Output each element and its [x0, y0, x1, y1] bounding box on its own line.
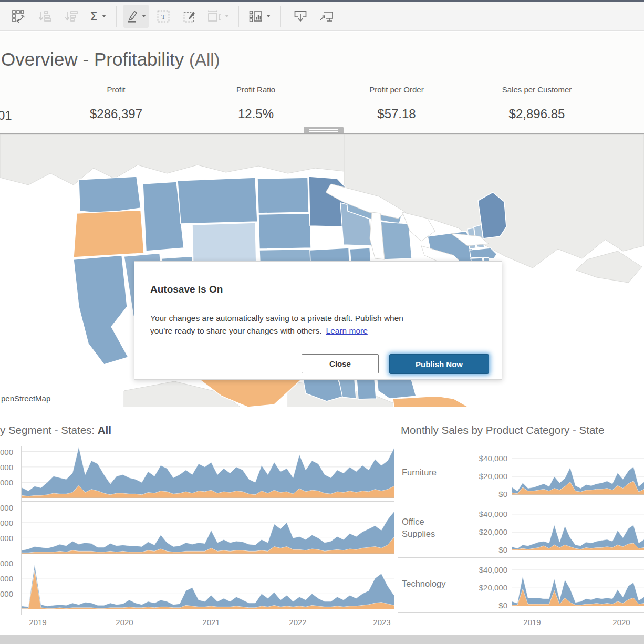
- category-panel-title: Monthly Sales by Product Category - Stat…: [401, 424, 644, 437]
- sigma-icon: Σ: [89, 9, 99, 23]
- swap-axes-button[interactable]: [7, 5, 30, 28]
- y-axis-label: $40,000: [451, 510, 507, 518]
- grid-border: [21, 446, 394, 446]
- sort-ascending-button[interactable]: [34, 5, 57, 28]
- annotate-icon: [183, 9, 196, 23]
- grid-border: [398, 446, 644, 446]
- show-cards-button[interactable]: [246, 5, 273, 28]
- state-south-dakota[interactable]: [258, 213, 311, 249]
- publish-now-button[interactable]: Publish Now: [389, 354, 489, 374]
- area-chart-segment-1[interactable]: [22, 446, 394, 501]
- kpi-value: $57.18: [334, 107, 460, 121]
- grid-border: [394, 446, 394, 615]
- header-divider: [511, 446, 511, 616]
- y-axis-label: 000: [0, 478, 13, 487]
- kpi-profit-per-order: Profit per Order $57.18: [334, 85, 460, 121]
- dashboard-canvas: Overview - Profitability (All) 01 Profit…: [0, 32, 644, 644]
- kpi-value: $286,397: [53, 107, 179, 121]
- grid-border: [398, 557, 644, 558]
- y-axis-label: 000: [0, 574, 13, 583]
- learn-more-link[interactable]: Learn more: [326, 326, 368, 335]
- download-icon: [293, 9, 308, 23]
- fix-size-caret-icon: [225, 15, 229, 17]
- highlighter-icon: [126, 9, 139, 23]
- sort-descending-icon: [65, 10, 78, 23]
- page-title: Overview - Profitability (All): [1, 49, 220, 70]
- state-north-dakota[interactable]: [257, 178, 309, 213]
- segment-chart-row-2: 000 000 000: [0, 502, 397, 557]
- y-axis-label: $0: [451, 490, 507, 498]
- totals-caret-icon: [102, 15, 106, 17]
- presentation-mode-button[interactable]: [315, 5, 338, 28]
- kpi-label: Profit: [53, 85, 179, 94]
- y-axis-label: 000: [0, 503, 13, 512]
- grid-border: [21, 557, 394, 557]
- text-object-button[interactable]: T: [152, 5, 175, 28]
- y-axis-label: 000: [0, 463, 13, 472]
- area-chart-segment-2[interactable]: [22, 502, 394, 557]
- svg-text:Σ: Σ: [90, 9, 98, 23]
- page-title-text: Overview - Profitability: [1, 49, 184, 69]
- y-axis-label: 000: [0, 448, 13, 456]
- sort-ascending-icon: [38, 10, 52, 23]
- toolbar: Σ T: [0, 2, 644, 31]
- y-axis-line: [21, 446, 22, 615]
- annotate-button[interactable]: [178, 5, 201, 28]
- segment-panel-title-text: y Segment - States:: [0, 424, 98, 436]
- page-title-filter: (All): [189, 50, 220, 69]
- x-axis-label: 2021: [202, 618, 220, 627]
- category-row-technology: Technology $40,000 $20,000 $0: [398, 558, 644, 612]
- kpi-profit-ratio: Profit Ratio 12.5%: [193, 85, 319, 121]
- state-idaho[interactable]: [143, 182, 184, 251]
- dialog-body: Your changes are automatically saving to…: [150, 312, 481, 337]
- x-axis-label: 2019: [29, 618, 46, 627]
- y-axis-label: $20,000: [451, 472, 507, 481]
- kpi-sales-value-clipped: 01: [0, 108, 12, 123]
- presentation-mode-icon: [319, 9, 335, 23]
- area-chart-segment-3[interactable]: [22, 557, 394, 612]
- area-chart-furniture[interactable]: [512, 446, 644, 501]
- segment-chart-row-1: 000 000 000: [0, 446, 397, 501]
- kpi-profit: Profit $286,397: [53, 85, 179, 121]
- y-axis-label: $40,000: [451, 454, 507, 463]
- y-axis-label: 000: [0, 518, 13, 527]
- highlight-button[interactable]: [123, 5, 149, 28]
- fix-size-icon: [207, 9, 222, 23]
- state-oregon[interactable]: [74, 210, 144, 257]
- area-chart-technology[interactable]: [512, 558, 644, 612]
- y-axis-label: $20,000: [451, 583, 507, 592]
- totals-button[interactable]: Σ: [86, 5, 109, 28]
- state-washington[interactable]: [79, 176, 141, 213]
- x-axis-label: 2019: [523, 618, 541, 627]
- state-montana[interactable]: [178, 178, 257, 224]
- title-band: Overview - Profitability (All) 01 Profit…: [0, 32, 644, 134]
- dialog-body-line2: you’re ready to share your changes with …: [150, 326, 322, 335]
- text-object-icon: T: [157, 9, 170, 23]
- kpi-label: Profit per Order: [334, 85, 460, 94]
- category-row-office-supplies: Office Supplies $40,000 $20,000 $0: [398, 502, 644, 557]
- dialog-title: Autosave is On: [150, 284, 223, 295]
- toolbar-separator: [238, 6, 239, 27]
- svg-text:T: T: [161, 13, 165, 20]
- toolbar-separator: [280, 6, 281, 27]
- map-bottom-border: [0, 407, 644, 407]
- kpi-label: Profit Ratio: [193, 85, 319, 94]
- segment-panel-title: y Segment - States: All: [0, 424, 111, 437]
- x-axis-line: [21, 612, 394, 612]
- y-axis-label: $20,000: [451, 527, 507, 536]
- grid-border: [398, 502, 644, 502]
- segment-chart-row-3: 000 000 000: [0, 557, 397, 612]
- kpi-value: $2,896.85: [474, 107, 600, 121]
- category-row-furniture: Furniture $40,000 $20,000 $0: [398, 446, 644, 501]
- bottom-scrollbar-track[interactable]: [0, 635, 644, 644]
- close-button[interactable]: Close: [302, 354, 379, 373]
- fix-size-button[interactable]: [204, 5, 232, 28]
- map-attribution: penStreetMap: [0, 393, 55, 404]
- download-button[interactable]: [289, 5, 312, 28]
- kpi-sales-per-customer: Sales per Customer $2,896.85: [474, 85, 600, 121]
- area-chart-office-supplies[interactable]: [512, 502, 644, 557]
- y-axis-label: $0: [451, 601, 507, 610]
- sort-descending-button[interactable]: [60, 5, 83, 28]
- drag-handle[interactable]: [304, 127, 344, 133]
- toolbar-separator: [116, 6, 117, 27]
